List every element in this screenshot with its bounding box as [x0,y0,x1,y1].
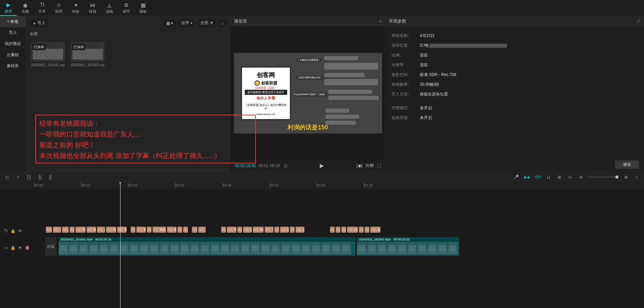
player-menu-icon[interactable]: ≡ [379,18,382,24]
prop-row-2: 比例:适应 [392,50,638,60]
subtitle-clip-16[interactable]: A三 [183,227,188,233]
subtitle-clip-3[interactable]: A三 [70,227,74,233]
media-sidebar: • 本地导入我的预设云素材素材库 [0,16,26,171]
filter-all-button[interactable]: 全部 ⧩ [198,19,216,27]
cut-left-tool[interactable]: ⎮[ [36,174,43,181]
subtitle-clip-1[interactable]: A三 如 [53,227,61,233]
video-clip-0[interactable]: 20240421_161641.mp400:01:04:16 [59,237,355,256]
subtitle-clip-2[interactable]: A三 ... [62,227,69,233]
subtitle-clip-27[interactable]: A三 [274,227,279,233]
pointer-tool[interactable]: ▷ [4,174,11,181]
subtitle-clip-22[interactable]: A三 我们 [227,227,236,233]
tab-媒体[interactable]: ▶媒体 [0,0,17,16]
subtitle-clip-14[interactable]: A三 然后 [167,227,176,233]
view-grid-button[interactable]: ▦ ▾ [164,20,176,27]
text-track: TI 🔒 👁 A三A三 如A三 ...A三A三 我们A三 第一A三 这A三 利润… [0,226,644,236]
tracks-area[interactable]: |00:00|00:10|00:20|00:30|00:40|00:50|01:… [0,182,644,308]
link-icon[interactable]: ⊕ [556,174,563,181]
subtitle-clip-36[interactable]: A三 [359,227,364,233]
snap-tool-1[interactable]: ◈◈ [523,174,530,181]
sidebar-item-0[interactable]: • 本地 [0,16,26,27]
tab-滤镜[interactable]: ◬滤镜 [101,0,118,16]
media-content: ● 导入 ▦ ▾ 排序 ▾ 全部 ⧩ ⌕ 全部 20240421_161641.… [26,16,230,171]
subtitle-clip-25[interactable]: A三 因为我 [253,227,264,233]
subtitle-clip-21[interactable]: A三 [221,227,226,233]
preview-area[interactable]: 创客网 创客联盟 自录课程（实操） 超详细教程+配套运营工具软件 合伙人专属 《… [231,26,385,160]
subtitle-clip-6[interactable]: A三 这 [97,227,105,233]
subtitle-clip-7[interactable]: A三 利润 [106,227,116,233]
cut-right-tool[interactable]: ]⎮ [47,174,54,181]
category-all[interactable]: 全部 [26,30,230,38]
cover-slot[interactable]: 封面 [45,237,57,256]
subtitle-clip-33[interactable]: A三 [336,227,340,233]
focus-icon[interactable]: [◉] [357,163,362,168]
subtitle-clip-13[interactable]: A三 就是利润 [152,227,166,233]
subtitle-clip-8[interactable]: A三 我们 [117,227,127,233]
playhead[interactable] [120,182,121,308]
subtitle-clip-0[interactable]: A三 [46,227,52,233]
prop-row-1: 保存位置:D:/电 [392,41,638,50]
subtitle-clip-38[interactable]: A三 这个 [370,227,380,233]
modify-button[interactable]: 修改 [615,160,639,169]
subtitle-clip-28[interactable]: A三 然后 [280,227,289,233]
subtitle-clip-29[interactable]: A三 [290,227,295,233]
subtitle-clip-26[interactable]: A三 可能 [265,227,273,233]
subtitle-clip-23[interactable]: A三 [237,227,242,233]
lock-icon[interactable]: 🔒 [10,229,15,233]
search-button[interactable]: ⌕ [218,20,226,27]
subtitle-clip-10[interactable]: A三 [131,227,135,233]
subtitle-clip-11[interactable]: A三 第一 [136,227,146,233]
tab-特效[interactable]: ✦特效 [67,0,84,16]
fullscreen-icon[interactable]: ⛶ [377,163,381,168]
eye-icon[interactable]: 👁 [18,229,22,233]
expand-icon[interactable]: ⤢ [637,18,641,24]
video-clip-1[interactable]: 20240421_162403.mp400:00:22:02 [357,237,459,256]
tab-模板[interactable]: ▦模板 [135,0,151,16]
preview-icon[interactable]: ▭ [567,174,573,181]
zoom-out-icon[interactable]: ⊖ [577,174,584,181]
lock-icon[interactable]: 🔒 [10,245,15,250]
subtitle-clip-32[interactable]: A三 [330,227,335,233]
subtitle-clip-35[interactable]: A三 你有木 [347,227,358,233]
import-button[interactable]: ● 导入 [30,19,49,27]
mic-icon[interactable]: 🎤 [513,174,519,181]
snap-tool-2[interactable]: ⧀⧁ [534,174,541,181]
eye-icon[interactable]: 👁 [18,245,22,250]
zoom-in-icon[interactable]: ⊕ [622,174,629,181]
zoom-fit-icon[interactable]: ○ [633,174,640,181]
sidebar-item-2[interactable]: 我的预设 [0,38,26,49]
play-button[interactable]: ▶ [320,162,324,169]
subtitle-clip-37[interactable]: A三 [365,227,369,233]
subtitle-clip-18[interactable]: A三 [192,227,197,233]
subtitle-clip-34[interactable]: A三 [341,227,346,233]
sidebar-item-3[interactable]: 云素材 [0,49,26,61]
subtitle-clip-15[interactable]: A三 [177,227,182,233]
sort-button[interactable]: 排序 ▾ [178,19,195,27]
tab-转场[interactable]: ⋈转场 [84,0,101,16]
magnet-icon[interactable]: ⊔ [545,174,552,181]
subtitle-clip-12[interactable]: A三 [147,227,151,233]
media-thumb-1[interactable]: 20240421_162403.mp4 [71,42,104,67]
tab-音频[interactable]: ◉音频 [17,0,34,16]
mute-icon[interactable]: 🔇 [25,245,30,250]
subtitle-clip-19[interactable]: A三 然 [198,227,206,233]
columns-icon[interactable]: ▥ [284,163,287,168]
subtitle-clip-4[interactable]: A三 我们 [75,227,86,233]
sidebar-item-4[interactable]: 素材库 [0,61,26,72]
tab-调节[interactable]: ⚙调节 [118,0,135,16]
ratio-button[interactable]: 比例 [366,163,374,168]
prop-row-6: 导入方式:保留在原有位置 [392,89,638,99]
properties-panel: 草稿参数 ⤢ 草稿名称:4月22日保存位置:D:/电比例:适应分辨率:适应色彩空… [385,16,644,171]
subtitle-clip-24[interactable]: A三 这个 [243,227,252,233]
split-tool[interactable]: ⎮⎮ [26,174,32,181]
media-thumb-0[interactable]: 20240421_161641.mp4 [31,42,65,67]
preview-brand-card: 创客网 创客联盟 自录课程（实操） 超详细教程+配套运营工具软件 合伙人专属 《… [241,66,291,120]
tab-贴纸[interactable]: ☺贴纸 [50,0,67,16]
sidebar-item-1[interactable]: 导入 [0,27,26,38]
time-ruler[interactable]: |00:00|00:10|00:20|00:30|00:40|00:50|01:… [0,182,644,190]
prop-row-3: 分辨率:适应 [392,60,638,70]
subtitle-clip-5[interactable]: A三 第一 [87,227,96,233]
tab-文本[interactable]: TI文本 [34,0,50,16]
subtitle-clip-30[interactable]: A三 这个 [296,227,304,233]
zoom-slider[interactable] [588,177,618,178]
